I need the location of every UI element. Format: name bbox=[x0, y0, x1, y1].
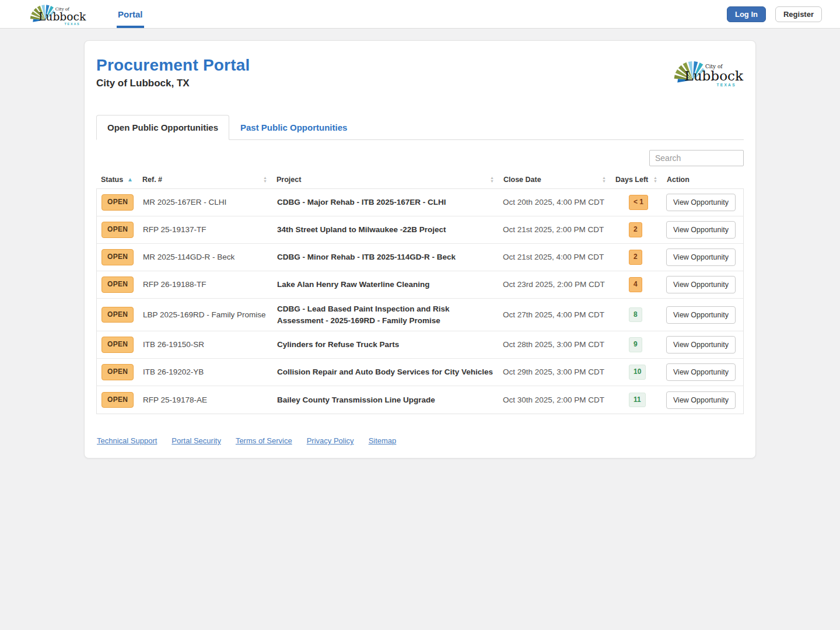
action-cell: View Opportunity bbox=[662, 331, 743, 358]
table-row: OPEN ITB 26-19202-YB Collision Repair an… bbox=[97, 359, 743, 386]
action-cell: View Opportunity bbox=[662, 244, 743, 271]
status-badge: OPEN bbox=[102, 364, 134, 380]
close-date-cell: Oct 21st 2025, 4:00 PM CDT bbox=[498, 247, 610, 268]
days-left-cell: 11 bbox=[610, 388, 662, 412]
project-cell: Bailey County Transmission Line Upgrade bbox=[272, 390, 498, 411]
status-badge: OPEN bbox=[102, 249, 134, 265]
project-cell: Cylinders for Refuse Truck Parts bbox=[272, 334, 498, 355]
days-left-badge: 10 bbox=[629, 365, 646, 379]
terms-of-service-link[interactable]: Terms of Service bbox=[236, 436, 292, 445]
table-header: Status ▲ Ref. # ▲▼ Project ▲▼ Close Date… bbox=[96, 171, 744, 188]
column-header-days-left[interactable]: Days Left ▲▼ bbox=[611, 171, 662, 188]
status-badge: OPEN bbox=[102, 307, 134, 323]
view-opportunity-button[interactable]: View Opportunity bbox=[666, 391, 736, 409]
page-subtitle: City of Lubbock, TX bbox=[96, 78, 250, 89]
privacy-policy-link[interactable]: Privacy Policy bbox=[307, 436, 354, 445]
view-opportunity-button[interactable]: View Opportunity bbox=[666, 194, 736, 211]
ref-cell: LBP 2025-169RD - Family Promise bbox=[138, 304, 272, 326]
days-left-cell: 4 bbox=[610, 272, 662, 296]
tab-open-public-opportunities[interactable]: Open Public Opportunities bbox=[96, 115, 229, 140]
lubbock-logo: City of Lubbock TEXAS bbox=[666, 56, 744, 89]
project-cell: CDBG - Major Rehab - ITB 2025-167ER - CL… bbox=[272, 192, 498, 213]
view-opportunity-button[interactable]: View Opportunity bbox=[666, 221, 736, 239]
ref-cell: ITB 26-19150-SR bbox=[138, 334, 272, 355]
ref-cell: MR 2025-114GD-R - Beck bbox=[138, 247, 272, 268]
view-opportunity-button[interactable]: View Opportunity bbox=[666, 276, 736, 293]
days-left-badge: 2 bbox=[629, 222, 642, 237]
opportunities-tabs: Open Public Opportunities Past Public Op… bbox=[96, 115, 744, 140]
portal-link[interactable]: Portal bbox=[118, 9, 143, 19]
table-body: OPEN MR 2025-167ER - CLHI CDBG - Major R… bbox=[96, 188, 744, 414]
days-left-badge: 4 bbox=[629, 277, 642, 292]
table-row: OPEN MR 2025-114GD-R - Beck CDBG - Minor… bbox=[97, 244, 743, 271]
nav-item-portal[interactable]: Portal bbox=[117, 0, 144, 28]
close-date-cell: Oct 20th 2025, 4:00 PM CDT bbox=[498, 192, 610, 213]
status-cell: OPEN bbox=[97, 387, 138, 412]
ref-cell: MR 2025-167ER - CLHI bbox=[138, 192, 272, 213]
status-badge: OPEN bbox=[102, 276, 134, 292]
days-left-cell: 2 bbox=[610, 245, 662, 269]
column-header-status[interactable]: Status ▲ bbox=[96, 171, 138, 188]
sort-icon: ▲▼ bbox=[487, 176, 494, 183]
logo-name-text: Lubbock bbox=[684, 68, 744, 83]
footer-links: Technical Support Portal Security Terms … bbox=[96, 436, 744, 445]
status-cell: OPEN bbox=[97, 217, 138, 242]
status-cell: OPEN bbox=[97, 272, 138, 297]
status-badge: OPEN bbox=[102, 222, 134, 237]
days-left-badge: 9 bbox=[629, 337, 642, 352]
active-nav-underline bbox=[117, 26, 144, 28]
close-date-cell: Oct 23rd 2025, 2:00 PM CDT bbox=[498, 274, 610, 295]
register-button[interactable]: Register bbox=[775, 6, 822, 22]
login-button[interactable]: Log In bbox=[727, 6, 766, 22]
project-cell: Collision Repair and Auto Body Services … bbox=[272, 362, 498, 383]
table-row: OPEN RFP 25-19178-AE Bailey County Trans… bbox=[97, 386, 743, 414]
table-row: OPEN MR 2025-167ER - CLHI CDBG - Major R… bbox=[97, 189, 743, 216]
sort-icon: ▲▼ bbox=[650, 176, 657, 183]
table-row: OPEN LBP 2025-169RD - Family Promise CDB… bbox=[97, 299, 743, 331]
status-cell: OPEN bbox=[97, 244, 138, 270]
view-opportunity-button[interactable]: View Opportunity bbox=[666, 336, 736, 354]
status-badge: OPEN bbox=[102, 194, 134, 210]
view-opportunity-button[interactable]: View Opportunity bbox=[666, 306, 736, 324]
lubbock-logo-icon: City of Lubbock TEXAS bbox=[23, 1, 86, 27]
project-cell: Lake Alan Henry Raw Waterline Cleaning bbox=[272, 274, 498, 295]
table-row: OPEN RFP 26-19188-TF Lake Alan Henry Raw… bbox=[97, 271, 743, 299]
close-date-cell: Oct 28th 2025, 3:00 PM CDT bbox=[498, 334, 610, 355]
status-badge: OPEN bbox=[102, 392, 134, 408]
column-header-close-date[interactable]: Close Date ▲▼ bbox=[499, 171, 611, 188]
portal-security-link[interactable]: Portal Security bbox=[172, 436, 221, 445]
search-input[interactable] bbox=[649, 150, 744, 166]
close-date-cell: Oct 21st 2025, 2:00 PM CDT bbox=[498, 219, 610, 240]
column-label: Ref. # bbox=[142, 176, 162, 184]
view-opportunity-button[interactable]: View Opportunity bbox=[666, 363, 736, 381]
title-block: Procurement Portal City of Lubbock, TX bbox=[96, 56, 250, 89]
project-cell: 34th Street Upland to Milwaukee -22B Pro… bbox=[272, 219, 498, 240]
sitemap-link[interactable]: Sitemap bbox=[369, 436, 397, 445]
ref-cell: RFP 26-19188-TF bbox=[138, 274, 272, 295]
days-left-cell: < 1 bbox=[610, 190, 662, 214]
ref-cell: RFP 25-19137-TF bbox=[138, 219, 272, 240]
column-header-ref[interactable]: Ref. # ▲▼ bbox=[138, 171, 272, 188]
days-left-badge: 2 bbox=[629, 250, 642, 264]
ref-cell: ITB 26-19202-YB bbox=[138, 362, 272, 383]
close-date-cell: Oct 30th 2025, 2:00 PM CDT bbox=[498, 390, 610, 411]
logo-name-text: Lubbock bbox=[38, 10, 86, 23]
column-label: Action bbox=[667, 176, 690, 184]
days-left-cell: 2 bbox=[610, 218, 662, 242]
tab-past-public-opportunities[interactable]: Past Public Opportunities bbox=[229, 115, 358, 140]
view-opportunity-button[interactable]: View Opportunity bbox=[666, 249, 736, 266]
sort-ascending-icon: ▲ bbox=[124, 177, 133, 183]
action-cell: View Opportunity bbox=[662, 271, 743, 298]
close-date-cell: Oct 27th 2025, 4:00 PM CDT bbox=[498, 304, 610, 326]
days-left-cell: 10 bbox=[610, 360, 662, 384]
column-header-project[interactable]: Project ▲▼ bbox=[272, 171, 499, 188]
column-label: Project bbox=[276, 176, 301, 184]
navbar-brand[interactable]: City of Lubbock TEXAS bbox=[23, 0, 86, 28]
procurement-portal-card: Procurement Portal City of Lubbock, TX C… bbox=[84, 40, 756, 459]
technical-support-link[interactable]: Technical Support bbox=[97, 436, 157, 445]
column-label: Status bbox=[101, 176, 123, 184]
days-left-cell: 9 bbox=[610, 332, 662, 356]
action-cell: View Opportunity bbox=[662, 302, 743, 328]
ref-cell: RFP 25-19178-AE bbox=[138, 390, 272, 411]
close-date-cell: Oct 29th 2025, 3:00 PM CDT bbox=[498, 362, 610, 383]
